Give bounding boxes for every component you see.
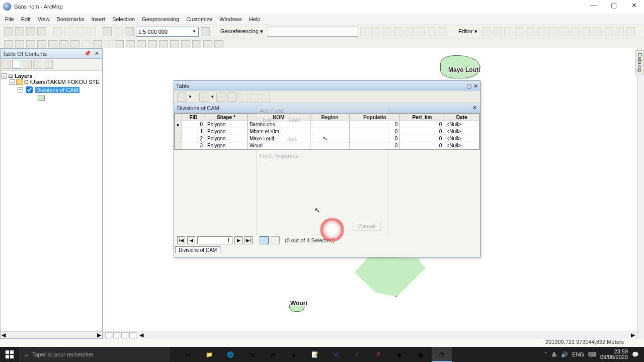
create-viewer-icon[interactable] (214, 40, 223, 49)
toc-tab-source[interactable] (12, 60, 21, 69)
menu-view[interactable]: View (38, 16, 50, 22)
word-icon[interactable]: W (326, 347, 346, 362)
html-popup-icon[interactable] (148, 40, 157, 49)
layer-visibility-checkbox[interactable] (26, 86, 33, 93)
col-populatio[interactable]: Populatio (350, 114, 400, 121)
mail-icon[interactable]: ✉ (263, 347, 283, 362)
dataview-button[interactable] (105, 332, 112, 338)
menu-bookmarks[interactable]: Bookmarks (56, 16, 84, 22)
onenote-icon[interactable]: 📝 (305, 347, 325, 362)
tray-network-icon[interactable]: 🖧 (551, 351, 557, 357)
show-selected-button[interactable] (271, 236, 280, 244)
vlc-icon[interactable]: ▲ (284, 347, 304, 362)
goto-xy-icon[interactable] (192, 40, 201, 49)
table-maximize-icon[interactable]: ▢ (466, 83, 471, 89)
attribute-grid[interactable]: FID Shape * NOM Region Populatio Peri_km… (174, 113, 480, 150)
menu-edit[interactable]: Edit (21, 16, 31, 22)
nav-prev-icon[interactable]: ◀ (187, 236, 195, 244)
print-icon[interactable] (37, 27, 46, 36)
fixed-zoom-in-icon[interactable] (48, 40, 57, 49)
folder-path[interactable]: C:\Users\TAKEM FOKOU STE (24, 79, 100, 85)
pan-icon[interactable] (26, 40, 35, 49)
collapse-icon[interactable]: − (10, 79, 15, 85)
taskbar-search[interactable]: ⌕ Taper ici pour rechercher (19, 347, 170, 361)
new-icon[interactable] (4, 27, 13, 36)
col-date[interactable]: Date (444, 114, 479, 121)
find-route-icon[interactable] (181, 40, 190, 49)
col-nom[interactable]: NOM (247, 114, 310, 121)
refresh-button[interactable] (121, 332, 128, 338)
select-features-icon[interactable] (93, 40, 102, 49)
table-row[interactable]: ▸0PolygonBamboutos00<Null> (175, 121, 479, 128)
toc-scrollbar[interactable]: ◀▶ (1, 331, 102, 338)
feature-mbam[interactable] (355, 256, 425, 297)
editor-menu[interactable]: Editor ▾ (456, 28, 480, 35)
start-button[interactable] (0, 347, 19, 362)
tray-chevron-icon[interactable]: ˄ (544, 351, 547, 358)
tray-keyboard-icon[interactable]: ⌨ (588, 351, 596, 358)
layers-root[interactable]: Layers (15, 73, 32, 79)
edge-icon[interactable]: 🌐 (220, 347, 240, 362)
col-shape[interactable]: Shape * (205, 114, 248, 121)
col-peri[interactable]: Peri_km (400, 114, 444, 121)
explorer-icon[interactable]: 📁 (199, 347, 219, 362)
excel-icon[interactable]: X (347, 347, 367, 362)
table-sub-close-icon[interactable]: ✕ (472, 105, 477, 111)
col-region[interactable]: Region (310, 114, 350, 121)
menu-file[interactable]: File (5, 16, 14, 22)
powerpoint-icon[interactable]: P (368, 347, 388, 362)
save-icon[interactable] (26, 27, 35, 36)
taskview-icon[interactable]: ▭ (178, 347, 198, 362)
nav-first-icon[interactable]: I◀ (177, 236, 185, 244)
table-row[interactable]: 3PolygonWouri00<Null> (175, 142, 479, 149)
tray-volume-icon[interactable]: 🔊 (561, 351, 568, 358)
nav-record-input[interactable] (197, 236, 232, 244)
pause-button[interactable] (129, 332, 136, 338)
menu-windows[interactable]: Windows (219, 16, 242, 22)
table-options-icon[interactable] (177, 93, 186, 102)
tray-notifications-icon[interactable]: 💬 (632, 351, 639, 358)
toc-pin-icon[interactable]: 📌 (84, 50, 92, 56)
full-extent-icon[interactable] (37, 40, 46, 49)
find-icon[interactable] (170, 40, 179, 49)
layer-symbol-swatch[interactable] (38, 96, 45, 101)
menu-customize[interactable]: Customize (186, 16, 212, 22)
tray-lang[interactable]: ENG (572, 351, 584, 357)
minimize-button[interactable]: — (584, 0, 604, 10)
switch-selection-icon[interactable] (227, 93, 236, 102)
georef-layer-combo[interactable] (268, 27, 358, 37)
menu-insert[interactable]: Insert (91, 16, 105, 22)
close-button[interactable]: ✕ (624, 0, 644, 10)
tool-a-icon[interactable] (201, 27, 210, 36)
menu-help[interactable]: Help (249, 16, 261, 22)
layer-name[interactable]: Divisions of CAM (35, 87, 79, 93)
camtasia-icon[interactable]: ▣ (411, 347, 431, 362)
col-fid[interactable]: FID (182, 114, 205, 121)
toc-close-icon[interactable]: ✕ (95, 50, 100, 56)
catalog-tab[interactable]: Catalog (635, 50, 644, 74)
table-tab[interactable]: Divisions of CAM (175, 246, 220, 253)
tray-clock[interactable]: 23:59 09/08/2020 (600, 349, 628, 360)
chrome-icon[interactable]: ◉ (389, 347, 410, 362)
layoutview-button[interactable] (113, 332, 120, 338)
map-scrollbar-v[interactable] (637, 48, 644, 339)
measure-icon[interactable] (159, 40, 168, 49)
back-icon[interactable] (70, 40, 79, 49)
collapse-icon[interactable]: − (18, 87, 23, 93)
related-tables-icon[interactable] (199, 93, 208, 102)
toc-tab-draworder[interactable] (2, 60, 11, 69)
toc-tab-options[interactable] (44, 60, 53, 69)
add-data-icon[interactable] (125, 27, 134, 36)
toc-tab-visibility[interactable] (23, 60, 32, 69)
table-row[interactable]: 1PolygonMbam et Kim00<Null> (175, 128, 479, 135)
time-slider-icon[interactable] (203, 40, 212, 49)
show-all-button[interactable] (260, 236, 269, 244)
maximize-button[interactable]: ▢ (604, 0, 624, 10)
scale-combo[interactable]: 1:5 000 000 ▼ (136, 27, 199, 37)
store-icon[interactable]: 🛍 (242, 347, 262, 362)
open-icon[interactable] (15, 27, 24, 36)
zoom-out-icon[interactable] (15, 40, 24, 49)
table-close-icon[interactable]: ✕ (473, 83, 478, 89)
collapse-icon[interactable]: − (2, 73, 7, 79)
nav-last-icon[interactable]: ▶I (245, 236, 253, 244)
